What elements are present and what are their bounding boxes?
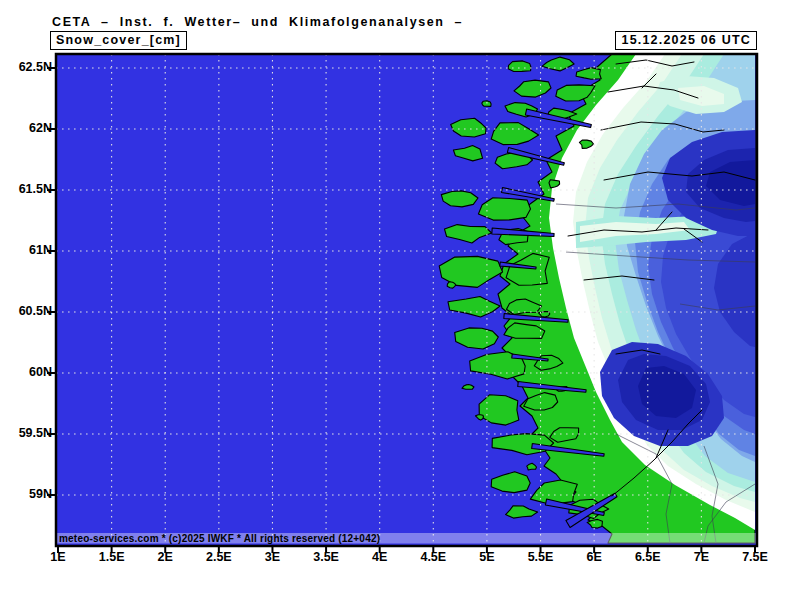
- snow-cover-map: [0, 0, 800, 600]
- lon-tick-label: 7.5E: [727, 550, 783, 564]
- lat-tick-label: 60.5N: [0, 304, 52, 318]
- lat-tick-label: 59N: [0, 487, 52, 501]
- lon-tick-label: 5E: [459, 550, 515, 564]
- lon-tick-label: 2.5E: [191, 550, 247, 564]
- product-label-box: Snow_cover_[cm]: [50, 31, 187, 50]
- lon-tick-label: 6.5E: [620, 550, 676, 564]
- lon-tick-label: 4.5E: [405, 550, 461, 564]
- weather-map-page: CETA – Inst. f. Wetter– und Klimafolgena…: [0, 0, 800, 600]
- lon-tick-label: 1.5E: [84, 550, 140, 564]
- lon-tick-label: 3E: [244, 550, 300, 564]
- lat-tick-label: 62N: [0, 121, 52, 135]
- lon-tick-label: 1E: [30, 550, 86, 564]
- lat-tick-label: 61.5N: [0, 182, 52, 196]
- lon-tick-label: 7E: [673, 550, 729, 564]
- lon-tick-label: 2E: [137, 550, 193, 564]
- datetime-box: 15.12.2025 06 UTC: [615, 31, 757, 50]
- lat-tick-label: 62.5N: [0, 60, 52, 74]
- lon-tick-label: 4E: [352, 550, 408, 564]
- credit-text: meteo-services.com * (c)2025 IWKF * All …: [59, 533, 380, 544]
- lat-tick-label: 60N: [0, 365, 52, 379]
- lat-tick-label: 59.5N: [0, 426, 52, 440]
- lon-tick-label: 3.5E: [298, 550, 354, 564]
- lon-tick-label: 5.5E: [513, 550, 569, 564]
- lat-tick-label: 61N: [0, 243, 52, 257]
- lon-tick-label: 6E: [566, 550, 622, 564]
